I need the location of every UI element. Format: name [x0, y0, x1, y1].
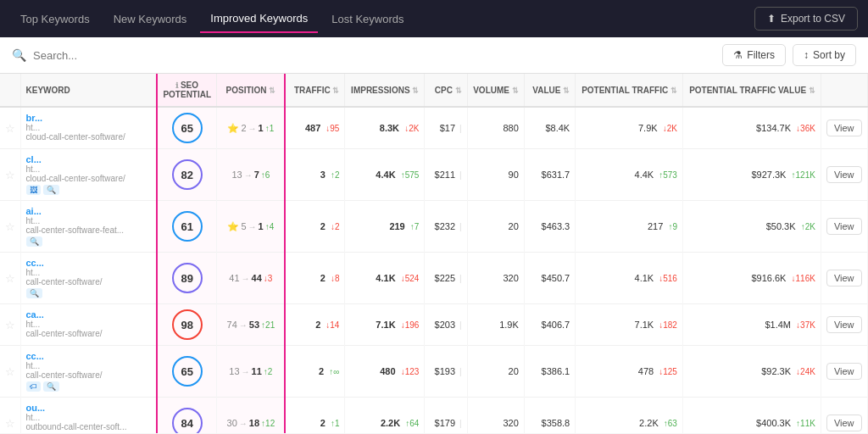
keyword-cell: cc... ht... call-center-software/ 🏷🔍 [20, 346, 157, 398]
value-cell: $450.7 [524, 253, 575, 304]
traffic-cell: 3 ↑2 [285, 149, 345, 201]
view-button[interactable]: View [826, 120, 862, 136]
col-header-position[interactable]: POSITION ⇅ [217, 74, 286, 107]
view-cell[interactable]: View [821, 304, 867, 346]
potential-traffic-value-cell: $400.3K ↑11K [682, 398, 821, 434]
view-cell[interactable]: View [821, 398, 867, 434]
value-cell: $631.7 [524, 149, 575, 201]
keyword-cell: br... ht... cloud-call-center-software/ [20, 107, 157, 149]
favorite-cell[interactable]: ☆ [0, 107, 20, 149]
favorite-star[interactable]: ☆ [5, 169, 15, 181]
position-cell: 74 → 53 ↑21 [217, 304, 286, 346]
seo-potential-cell: 98 [157, 304, 217, 346]
impressions-cell: 7.1K ↓196 [345, 304, 425, 346]
keyword-cell: cl... ht... cloud-call-center-software/ … [20, 149, 157, 201]
col-header-potential-traffic[interactable]: POTENTIAL TRAFFIC ⇅ [576, 74, 683, 107]
sort-icon: ↕ [804, 49, 809, 61]
search-input[interactable] [33, 49, 371, 62]
favorite-star[interactable]: ☆ [5, 122, 15, 135]
nav-tab-lost-keywords[interactable]: Lost Keywords [321, 6, 414, 32]
col-header-volume[interactable]: VOLUME ⇅ [467, 74, 524, 107]
traffic-cell: 2 ↑1 [285, 398, 345, 434]
potential-traffic-cell: 7.9K ↓2K [576, 107, 683, 149]
impressions-cell: 480 ↓123 [345, 346, 425, 398]
value-cell: $406.7 [524, 304, 575, 346]
nav-tab-top-keywords[interactable]: Top Keywords [10, 6, 100, 32]
favorite-cell[interactable]: ☆ [0, 149, 20, 201]
cpc-cell: $179 | [425, 398, 467, 434]
favorite-star[interactable]: ☆ [5, 272, 15, 285]
potential-traffic-cell: 217 ↑9 [576, 201, 683, 253]
export-csv-button[interactable]: ⬆ Export to CSV [754, 7, 858, 31]
position-cell: ⭐ 5 → 1 ↑4 [217, 201, 286, 253]
toolbar: 🔍 ⚗ Filters ↕ Sort by [0, 37, 868, 74]
sortby-button[interactable]: ↕ Sort by [793, 44, 856, 66]
filters-button[interactable]: ⚗ Filters [722, 44, 786, 66]
view-button[interactable]: View [826, 415, 862, 431]
view-cell[interactable]: View [821, 107, 867, 149]
favorite-star[interactable]: ☆ [5, 417, 15, 430]
sortby-label: Sort by [813, 49, 845, 61]
traffic-cell: 2 ↑∞ [285, 346, 345, 398]
col-header-action [821, 74, 867, 107]
view-cell[interactable]: View [821, 149, 867, 201]
col-header-cpc[interactable]: CPC ⇅ [425, 74, 467, 107]
volume-cell: 20 [467, 346, 524, 398]
volume-cell: 320 [467, 253, 524, 304]
cpc-cell: $232 | [425, 201, 467, 253]
potential-traffic-value-cell: $50.3K ↑2K [682, 201, 821, 253]
value-cell: $386.1 [524, 346, 575, 398]
col-header-traffic[interactable]: TRAFFIC ⇅ [285, 74, 345, 107]
nav-tab-improved-keywords[interactable]: Improved Keywords [200, 5, 318, 33]
view-button[interactable]: View [826, 316, 862, 333]
view-button[interactable]: View [826, 218, 862, 235]
potential-traffic-value-cell: $916.6K ↓116K [682, 253, 821, 304]
view-cell[interactable]: View [821, 253, 867, 304]
favorite-cell[interactable]: ☆ [0, 304, 20, 346]
traffic-cell: 2 ↓14 [285, 304, 345, 346]
table-row: ☆ cc... ht... call-center-software/ 🏷🔍 6… [0, 346, 868, 398]
potential-traffic-cell: 478 ↓125 [576, 346, 683, 398]
impressions-cell: 4.1K ↓524 [345, 253, 425, 304]
view-button[interactable]: View [826, 270, 862, 287]
favorite-cell[interactable]: ☆ [0, 201, 20, 253]
seo-potential-cell: 82 [157, 149, 217, 201]
cpc-cell: $17 | [425, 107, 467, 149]
favorite-star[interactable]: ☆ [5, 220, 15, 233]
traffic-cell: 2 ↓8 [285, 253, 345, 304]
keyword-cell: ou... ht... outbound-call-center-soft...… [20, 398, 157, 434]
potential-traffic-value-cell: $1.4M ↓37K [682, 304, 821, 346]
col-header-seo-potential[interactable]: ℹ SEOPOTENTIAL [157, 74, 217, 107]
value-cell: $463.3 [524, 201, 575, 253]
view-button[interactable]: View [826, 363, 862, 380]
export-label: Export to CSV [781, 13, 845, 25]
nav-tab-new-keywords[interactable]: New Keywords [103, 6, 198, 32]
favorite-cell[interactable]: ☆ [0, 346, 20, 398]
favorite-cell[interactable]: ☆ [0, 253, 20, 304]
seo-potential-cell: 84 [157, 398, 217, 434]
potential-traffic-value-cell: $927.3K ↑121K [682, 149, 821, 201]
cpc-cell: $203 | [425, 304, 467, 346]
filters-label: Filters [747, 49, 775, 61]
col-header-potential-traffic-value[interactable]: POTENTIAL TRAFFIC VALUE ⇅ [682, 74, 821, 107]
col-header-impressions[interactable]: IMPRESSIONS ⇅ [345, 74, 425, 107]
col-header-value[interactable]: VALUE ⇅ [524, 74, 575, 107]
search-icon: 🔍 [12, 48, 26, 62]
table-row: ☆ ca... ht... call-center-software/ 98 7… [0, 304, 868, 346]
potential-traffic-value-cell: $92.3K ↓24K [682, 346, 821, 398]
favorite-star[interactable]: ☆ [5, 365, 15, 378]
keyword-cell: cc... ht... call-center-software/ 🔍 [20, 253, 157, 304]
value-cell: $8.4K [524, 107, 575, 149]
position-cell: 30 → 18 ↑12 [217, 398, 286, 434]
table-row: ☆ cc... ht... call-center-software/ 🔍 89… [0, 253, 868, 304]
seo-potential-cell: 89 [157, 253, 217, 304]
view-button[interactable]: View [826, 166, 862, 183]
col-header-keyword[interactable]: KEYWORD [20, 74, 157, 107]
view-cell[interactable]: View [821, 346, 867, 398]
potential-traffic-cell: 2.2K ↑63 [576, 398, 683, 434]
favorite-cell[interactable]: ☆ [0, 398, 20, 434]
value-cell: $358.8 [524, 398, 575, 434]
favorite-star[interactable]: ☆ [5, 319, 15, 331]
view-cell[interactable]: View [821, 201, 867, 253]
table-row: ☆ br... ht... cloud-call-center-software… [0, 107, 868, 149]
